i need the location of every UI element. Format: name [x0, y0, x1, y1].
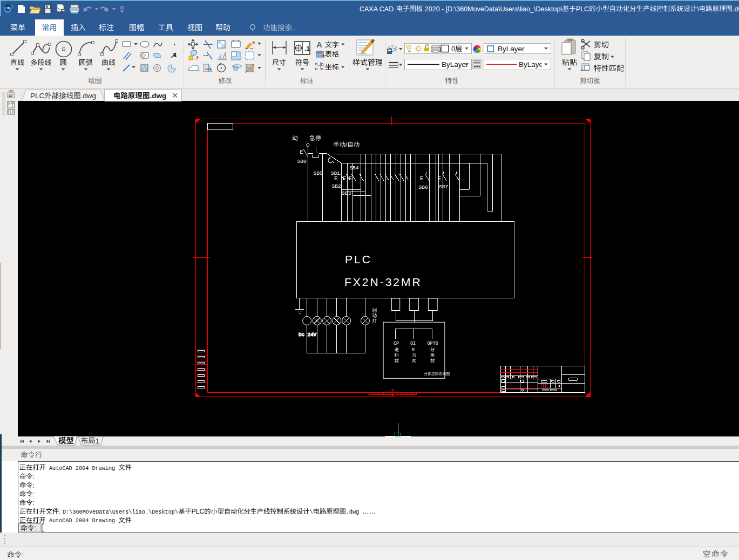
svg-text:\: \ — [697, 5, 699, 13]
svg-text:AutoCAD 2004 Drawing: AutoCAD 2004 Drawing — [46, 466, 119, 472]
svg-text:E: E — [349, 175, 352, 182]
svg-text::: : — [32, 482, 34, 489]
svg-text:E: E — [420, 175, 424, 182]
svg-text:E: E — [300, 149, 303, 155]
svg-text:2020 - [D:\360MoveData\Users\l: 2020 - [D:\360MoveData\Users\liao_\Deskt… — [423, 5, 562, 13]
svg-text:.dwg: .dwg — [81, 92, 97, 100]
svg-text:SB3: SB3 — [342, 190, 351, 196]
svg-text:.dwg: .dwg — [346, 509, 363, 515]
svg-text:R: R — [412, 347, 415, 353]
svg-text:CP: CP — [394, 341, 399, 346]
svg-text:SB2: SB2 — [332, 183, 341, 189]
svg-text:E: E — [438, 175, 442, 182]
svg-text::: : — [32, 499, 34, 507]
svg-text:1: 1 — [96, 437, 100, 445]
svg-text:Dc 24V: Dc 24V — [299, 332, 317, 338]
svg-text:.dwg: .dwg — [150, 92, 166, 100]
svg-text:SB0: SB0 — [297, 159, 307, 165]
svg-text::: : — [59, 508, 63, 515]
svg-text:OI: OI — [410, 341, 416, 346]
svg-text:SB7: SB7 — [439, 184, 448, 190]
svg-text:.dw: .dw — [733, 5, 739, 13]
svg-text:.1: .1 — [304, 45, 310, 52]
svg-text:OPTO: OPTO — [428, 341, 438, 346]
svg-text:D:\360MoveData\Users\liao_\Des: D:\360MoveData\Users\liao_\Desktop\ — [63, 509, 178, 515]
svg-text:……: …… — [362, 508, 375, 515]
svg-text:ByLayer: ByLayer — [442, 60, 469, 69]
svg-text:SB5: SB5 — [314, 170, 323, 176]
svg-text:SB4: SB4 — [349, 165, 358, 171]
svg-text:ByLaye: ByLaye — [519, 60, 543, 69]
svg-text:PLC: PLC — [30, 92, 45, 100]
svg-text:E: E — [334, 175, 338, 182]
svg-text:A: A — [316, 40, 322, 49]
svg-text:SB6: SB6 — [419, 185, 428, 190]
svg-text:AutoCAD 2004 Drawing: AutoCAD 2004 Drawing — [46, 518, 119, 524]
svg-text:...: ... — [292, 24, 298, 32]
svg-text:E: E — [343, 175, 347, 182]
svg-text:0: 0 — [451, 45, 455, 53]
svg-text::: : — [32, 490, 34, 498]
svg-text:CAXA CAD: CAXA CAD — [360, 5, 396, 13]
svg-text:\: \ — [310, 509, 313, 515]
svg-text::: : — [22, 551, 24, 559]
svg-text:FX2N-32MR: FX2N-32MR — [344, 276, 422, 288]
svg-text:ByLayer: ByLayer — [498, 45, 525, 53]
svg-text::: : — [32, 473, 34, 480]
svg-text:PLC: PLC — [345, 253, 372, 265]
svg-text:PLC: PLC — [576, 5, 589, 13]
svg-text::: : — [34, 524, 36, 532]
svg-text:PLC: PLC — [192, 508, 205, 515]
